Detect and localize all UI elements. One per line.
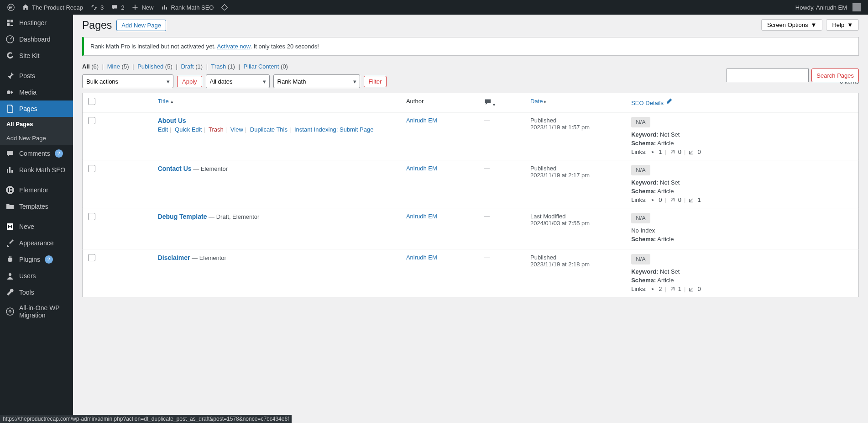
sidebar-item-dashboard[interactable]: Dashboard: [0, 31, 73, 48]
status-text: Published: [530, 117, 620, 124]
wrench-icon: [5, 288, 15, 297]
comments-link[interactable]: 2: [107, 0, 128, 15]
author-link[interactable]: Anirudh EM: [406, 117, 437, 124]
howdy-text: Howdy, Anirudh EM: [795, 4, 847, 11]
action-instant-index[interactable]: Instant Indexing: Submit Page: [294, 126, 373, 133]
row-checkbox[interactable]: [88, 117, 95, 124]
diamond-icon: [221, 4, 228, 11]
rankmath-select[interactable]: Rank Math: [273, 74, 360, 88]
row-title-link[interactable]: About Us: [158, 117, 186, 124]
filter-trash[interactable]: Trash: [211, 63, 226, 70]
action-view[interactable]: View: [230, 126, 243, 133]
dates-select[interactable]: All dates: [206, 74, 270, 88]
screen-options-label: Screen Options: [767, 21, 808, 28]
wp-logo[interactable]: [4, 0, 18, 15]
col-seo[interactable]: SEO Details: [626, 93, 858, 112]
sort-icon: ♦: [493, 102, 495, 107]
sidebar-item-appearance[interactable]: Appearance: [0, 235, 73, 251]
author-link[interactable]: Anirudh EM: [406, 213, 437, 220]
sort-icon: ▲: [170, 99, 174, 104]
sidebar-item-posts[interactable]: Posts: [0, 68, 73, 84]
filter-all[interactable]: All: [82, 63, 90, 70]
author-link[interactable]: Anirudh EM: [406, 165, 437, 172]
external-icon: [669, 286, 675, 292]
sidebar-item-elementor[interactable]: Elementor: [0, 182, 73, 198]
external-icon: [669, 149, 675, 155]
svg-point-5: [9, 273, 11, 276]
submenu-add-new[interactable]: Add New Page: [0, 131, 73, 145]
sidebar-item-tools[interactable]: Tools: [0, 284, 73, 301]
filter-pillar[interactable]: Pillar Content: [243, 63, 279, 70]
author-link[interactable]: Anirudh EM: [406, 254, 437, 261]
row-checkbox[interactable]: [88, 165, 95, 172]
seo-schema: Schema: Article: [631, 140, 853, 147]
sidebar-item-comments[interactable]: Comments2: [0, 145, 73, 162]
notice-link[interactable]: Activate now: [217, 43, 250, 50]
row-state: — Draft, Elementor: [207, 213, 260, 220]
select-all-checkbox[interactable]: [88, 98, 95, 105]
action-edit[interactable]: Edit: [158, 126, 168, 133]
hostinger-icon: [5, 18, 15, 27]
sidebar-item-migration[interactable]: All-in-One WP Migration: [0, 301, 73, 316]
col-comments[interactable]: ♦: [478, 93, 525, 112]
status-text: Last Modified: [530, 213, 620, 220]
sidebar-item-users[interactable]: Users: [0, 268, 73, 284]
rankmath-label: Rank Math SEO: [171, 4, 214, 11]
howdy-link[interactable]: Howdy, Anirudh EM: [792, 0, 864, 15]
add-new-page-button[interactable]: Add New Page: [116, 20, 166, 31]
row-title-link[interactable]: Disclaimer: [158, 254, 190, 261]
pin-icon: [5, 71, 15, 80]
brush-icon: [5, 238, 15, 248]
migration-icon: [5, 307, 15, 316]
diamond-link[interactable]: [217, 0, 232, 15]
help-button[interactable]: Help ▼: [826, 19, 859, 31]
page-icon: [5, 104, 15, 113]
filter-published[interactable]: Published: [137, 63, 163, 70]
filter-draft[interactable]: Draft: [181, 63, 193, 70]
row-title-link[interactable]: Debug Template: [158, 213, 207, 220]
row-checkbox[interactable]: [88, 254, 95, 261]
user-icon: [5, 271, 15, 280]
sidebar-item-neve[interactable]: Neve: [0, 218, 73, 235]
col-date[interactable]: Date♦: [525, 93, 626, 112]
updates-link[interactable]: 3: [87, 0, 107, 15]
filter-mine[interactable]: Mine: [107, 63, 120, 70]
apply-button[interactable]: Apply: [177, 76, 202, 87]
search-button[interactable]: Search Pages: [811, 69, 859, 82]
submenu-all-pages[interactable]: All Pages: [0, 117, 73, 131]
external-icon: [669, 197, 675, 203]
sidebar-label: Pages: [19, 105, 37, 112]
search-input[interactable]: [727, 69, 809, 82]
screen-options-button[interactable]: Screen Options ▼: [761, 19, 822, 31]
action-quick-edit[interactable]: Quick Edit: [175, 126, 202, 133]
updates-count: 3: [100, 4, 104, 11]
new-link[interactable]: New: [128, 0, 157, 15]
comment-icon: [484, 98, 492, 106]
svg-point-2: [7, 90, 10, 94]
dashboard-icon: [5, 35, 15, 44]
filter-button[interactable]: Filter: [364, 76, 387, 87]
elementor-icon: [5, 185, 15, 195]
sidebar-label: Dashboard: [19, 36, 51, 43]
sidebar-item-plugins[interactable]: Plugins2: [0, 251, 73, 268]
count: (6): [91, 63, 99, 70]
main-content: Screen Options ▼ Help ▼ Pages Add New Pa…: [73, 15, 868, 316]
row-title-link[interactable]: Contact Us: [158, 165, 192, 172]
sidebar-item-templates[interactable]: Templates: [0, 198, 73, 215]
notice-rankmath: Rank Math Pro is installed but not activ…: [82, 37, 859, 56]
action-duplicate[interactable]: Duplicate This: [250, 126, 288, 133]
col-title[interactable]: Title▲: [152, 93, 401, 112]
sidebar-item-rankmath[interactable]: Rank Math SEO: [0, 162, 73, 178]
pages-table: Title▲ Author ♦ Date♦ SEO Details About …: [82, 93, 859, 297]
seo-noindex: No Index: [631, 227, 853, 234]
sidebar-item-hostinger[interactable]: Hostinger: [0, 15, 73, 31]
sidebar-item-sitekit[interactable]: Site Kit: [0, 48, 73, 64]
bulk-actions-select[interactable]: Bulk actions: [82, 74, 173, 88]
action-trash[interactable]: Trash: [209, 126, 224, 133]
rankmath-bar-link[interactable]: Rank Math SEO: [157, 0, 218, 15]
site-name-link[interactable]: The Product Recap: [18, 0, 87, 15]
row-state: — Elementor: [190, 254, 226, 261]
sidebar-item-pages[interactable]: Pages: [0, 100, 73, 117]
row-checkbox[interactable]: [88, 213, 95, 220]
sidebar-item-media[interactable]: Media: [0, 84, 73, 100]
